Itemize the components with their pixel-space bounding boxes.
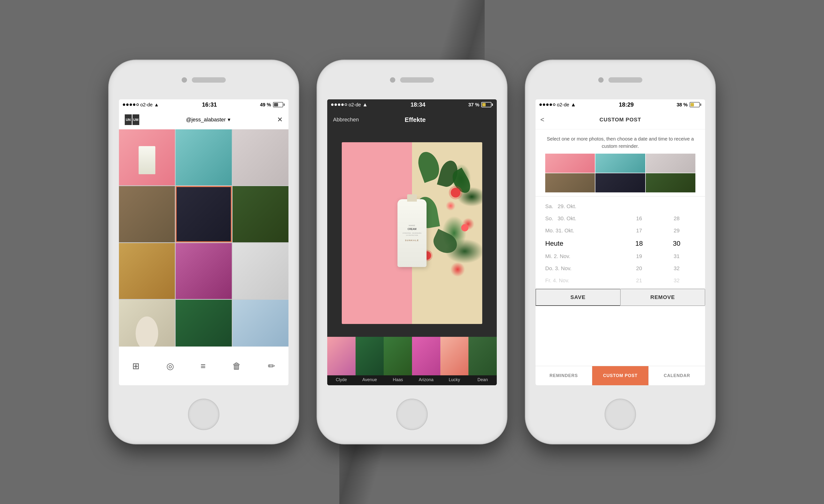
- date-min-heute: 30: [658, 240, 695, 247]
- date-min-fr: 32: [658, 278, 695, 284]
- effekte-image-area: HAND CREAM HYDRATING · NOURISHING UV PRO…: [327, 129, 497, 337]
- date-hour-do: 20: [620, 265, 658, 272]
- battery-pct-3: 38 %: [677, 102, 688, 108]
- home-button-3[interactable]: [605, 399, 636, 430]
- date-hour-fr: 21: [620, 278, 658, 284]
- cancel-button[interactable]: Abbrechen: [333, 116, 359, 123]
- trash-icon[interactable]: 🗑: [232, 361, 241, 371]
- filter-lucky-label: Lucky: [449, 377, 460, 382]
- time-2: 18:34: [411, 101, 425, 108]
- grid-cell-6[interactable]: [232, 186, 289, 242]
- status-bar-2: o2-de ▲ 18:34 37 %: [327, 99, 497, 110]
- tab-calendar[interactable]: CALENDAR: [649, 366, 705, 385]
- grid-cell-5[interactable]: [176, 186, 231, 242]
- tab-reminders[interactable]: REMINDERS: [535, 366, 592, 385]
- sliders-icon[interactable]: ≡: [201, 361, 206, 371]
- filter-clyde[interactable]: Clyde: [327, 337, 355, 385]
- wifi-icon-1: ▲: [154, 102, 159, 108]
- screen-3: o2-de ▲ 18:29 38 % < CUSTOM POST Select …: [535, 99, 705, 385]
- date-row-fr[interactable]: Fr. 4. Nov. 21 32: [535, 275, 705, 287]
- status-bar-1: o2-de ▲ 16:31 49 %: [119, 99, 289, 110]
- filter-dean-label: Dean: [478, 377, 488, 382]
- filter-haas[interactable]: Haas: [384, 337, 412, 385]
- carrier-2: o2-de: [348, 102, 361, 108]
- date-min-mi: 31: [658, 253, 695, 260]
- back-button[interactable]: <: [540, 116, 544, 124]
- date-label-heute: Heute: [545, 240, 620, 247]
- date-hour-heute: 18: [620, 240, 658, 247]
- phone3-header: < CUSTOM POST: [535, 110, 705, 129]
- grid-cell-2[interactable]: [176, 129, 231, 185]
- home-button-1[interactable]: [188, 399, 219, 430]
- chevron-down-icon: ▾: [228, 116, 230, 123]
- speaker-3: [608, 77, 642, 83]
- date-label-sa: Sa. 29. Okt.: [545, 203, 620, 210]
- battery-pct-2: 37 %: [468, 102, 479, 108]
- date-row-so[interactable]: So. 30. Okt. 16 28: [535, 212, 705, 225]
- grid-cell-3[interactable]: [232, 129, 289, 185]
- screen-2: o2-de ▲ 18:34 37 % Abbrechen Effekte: [327, 99, 497, 385]
- phone1-toolbar: ⊞ ◎ ≡ 🗑 ✏: [119, 346, 289, 385]
- mini-cell-4[interactable]: [545, 173, 595, 192]
- wifi-icon-3: ▲: [571, 102, 576, 108]
- filter-clyde-label: Clyde: [336, 377, 347, 382]
- front-camera-3: [598, 77, 604, 83]
- battery-icon-3: [690, 102, 701, 107]
- date-min-do: 32: [658, 265, 695, 272]
- time-3: 18:29: [619, 101, 634, 108]
- front-camera-2: [390, 77, 395, 83]
- pen-icon[interactable]: ✏: [268, 361, 275, 371]
- phone2-nav: Abbrechen Effekte: [327, 110, 497, 129]
- filter-strip: Clyde Avenue Haas Arizona Lucky: [327, 337, 497, 385]
- filter-arizona-label: Arizona: [419, 377, 433, 382]
- grid-cell-8[interactable]: [176, 243, 231, 299]
- phone-2: o2-de ▲ 18:34 37 % Abbrechen Effekte: [318, 61, 506, 443]
- date-label-fr: Fr. 4. Nov.: [545, 278, 620, 284]
- photo-grid: [119, 129, 289, 356]
- account-selector[interactable]: @jess_alabaster ▾: [186, 116, 230, 123]
- grid-cell-9[interactable]: [232, 243, 289, 299]
- tab-calendar-label: CALENDAR: [664, 373, 690, 378]
- phone1-header: UNUM @jess_alabaster ▾ ✕: [119, 110, 289, 129]
- filter-dean[interactable]: Dean: [469, 337, 497, 385]
- date-row-heute[interactable]: Heute 18 30: [535, 237, 705, 250]
- speaker-2: [400, 77, 434, 83]
- mini-cell-1[interactable]: [545, 154, 595, 173]
- close-button[interactable]: ✕: [277, 116, 283, 124]
- mini-cell-5[interactable]: [595, 173, 645, 192]
- date-row-do[interactable]: Do. 3. Nov. 20 32: [535, 263, 705, 275]
- grid-cell-7[interactable]: [119, 243, 175, 299]
- time-1: 16:31: [202, 101, 217, 108]
- battery-pct-1: 49 %: [260, 102, 271, 108]
- date-row-mi[interactable]: Mi. 2. Nov. 19 31: [535, 250, 705, 263]
- effekte-composition: HAND CREAM HYDRATING · NOURISHING UV PRO…: [342, 142, 482, 324]
- phone-1: o2-de ▲ 16:31 49 % UNUM @jess_alabaster …: [109, 61, 298, 443]
- tab-custom-post[interactable]: CUSTOM POST: [592, 366, 649, 385]
- grid-cell-1[interactable]: [119, 129, 175, 185]
- carrier-1: o2-de: [140, 102, 152, 108]
- date-hour-mi: 19: [620, 253, 658, 260]
- wifi-icon-2: ▲: [363, 102, 368, 108]
- grid-icon[interactable]: ⊞: [132, 361, 139, 371]
- tab-custom-post-label: CUSTOM POST: [603, 373, 638, 378]
- date-row-mo[interactable]: Mo. 31. Okt. 17 29: [535, 225, 705, 237]
- filter-arizona[interactable]: Arizona: [412, 337, 440, 385]
- mini-cell-2[interactable]: [595, 154, 645, 173]
- unum-logo: UNUM: [125, 114, 139, 125]
- date-picker: Sa. 29. Okt. So. 30. Okt. 16 28 Mo. 31. …: [535, 200, 705, 287]
- account-name: @jess_alabaster: [186, 116, 226, 123]
- remove-button[interactable]: REMOVE: [620, 289, 705, 306]
- mini-cell-6[interactable]: [646, 173, 695, 192]
- subtitle-text: Select one or more photos, then choose a…: [535, 129, 705, 154]
- home-button-2[interactable]: [396, 399, 428, 430]
- grid-cell-4[interactable]: [119, 186, 175, 242]
- filter-avenue[interactable]: Avenue: [355, 337, 384, 385]
- divider-1: [535, 196, 705, 197]
- mini-cell-3[interactable]: [646, 154, 695, 173]
- filter-lucky[interactable]: Lucky: [440, 337, 469, 385]
- instagram-icon[interactable]: ◎: [167, 361, 174, 371]
- status-bar-3: o2-de ▲ 18:29 38 %: [535, 99, 705, 110]
- save-button[interactable]: SAVE: [535, 289, 620, 306]
- save-remove-bar: SAVE REMOVE: [535, 289, 705, 306]
- date-row-sa[interactable]: Sa. 29. Okt.: [535, 200, 705, 212]
